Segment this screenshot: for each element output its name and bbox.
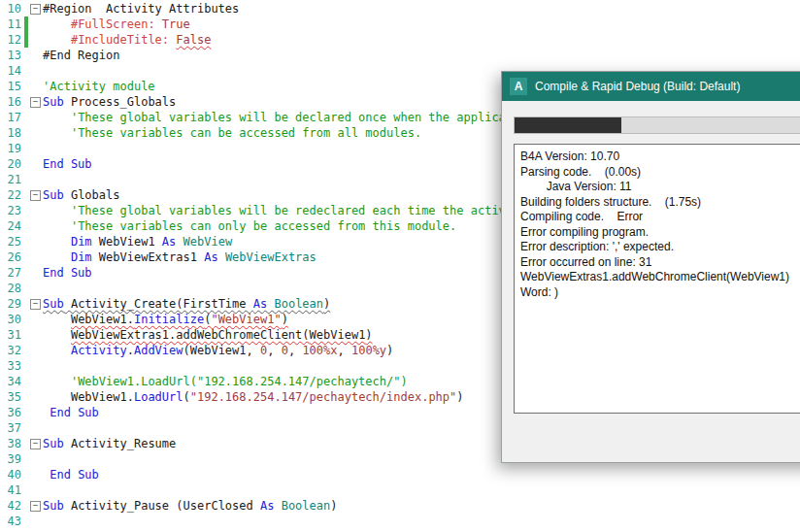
log-line: B4A Version: 10.70 (520, 150, 800, 165)
collapse-minus-icon[interactable]: − (30, 190, 41, 201)
line-number: 39 (0, 451, 21, 467)
code-token: #End Region (43, 49, 119, 62)
code-token: True (162, 17, 190, 31)
code-token: Activity_Resume (64, 437, 177, 450)
code-token: 'These variables can be accessed from al… (71, 126, 421, 140)
code-token: ( (183, 390, 190, 404)
collapse-minus-icon[interactable]: − (30, 97, 41, 108)
code-token (43, 126, 71, 140)
code-token (43, 313, 71, 326)
code-text: 'These variables can be accessed from al… (43, 125, 421, 141)
line-number: 21 (0, 172, 21, 187)
code-line[interactable]: 41 (0, 482, 800, 498)
code-token: . (127, 344, 134, 357)
line-number: 40 (0, 467, 21, 482)
code-token: Initialize (134, 313, 204, 326)
code-token: Dim (71, 235, 92, 249)
fold-marker-icon[interactable]: − (28, 1, 43, 17)
code-token: WebView1. (71, 313, 134, 326)
collapse-minus-icon[interactable]: − (30, 501, 41, 512)
code-token (43, 219, 71, 233)
code-text: WebView1.Initialize("WebView1") (43, 312, 288, 327)
code-text: #IncludeTitle: False (43, 32, 211, 48)
fold-column (28, 389, 43, 405)
code-token: , (267, 344, 281, 357)
line-number: 31 (0, 327, 21, 343)
line-number: 24 (0, 218, 21, 234)
fold-marker-icon[interactable]: − (28, 187, 43, 203)
line-number: 17 (0, 110, 21, 125)
code-token (43, 250, 71, 264)
fold-column (28, 281, 43, 296)
code-token: , (338, 344, 351, 357)
code-token: End Sub (50, 406, 99, 419)
code-token: 'WebView1.LoadUrl("192.168.254.147/pecha… (71, 375, 408, 388)
code-line[interactable]: 11 #FullScreen: True (0, 17, 800, 32)
log-line: Word: ) (520, 285, 800, 301)
line-number: 43 (0, 514, 21, 529)
fold-column (28, 451, 43, 467)
line-number: 22 (0, 187, 21, 203)
code-line[interactable]: 13#End Region (0, 48, 800, 63)
code-token: Sub (43, 499, 64, 513)
code-token (218, 250, 225, 264)
log-line: Building folders structure. (1.75s) (520, 195, 800, 211)
code-token (43, 390, 71, 404)
code-token (43, 375, 71, 388)
fold-column (28, 48, 43, 63)
line-number: 16 (0, 94, 21, 110)
compile-debug-dialog: A Compile & Rapid Debug (Build: Default)… (501, 71, 800, 463)
dialog-titlebar[interactable]: A Compile & Rapid Debug (Build: Default) (502, 72, 800, 101)
code-text: 'WebView1.LoadUrl("192.168.254.147/pecha… (43, 374, 408, 389)
code-token (43, 235, 71, 249)
collapse-minus-icon[interactable]: − (30, 439, 41, 449)
code-line[interactable]: 42−Sub Activity_Pause (UserClosed As Boo… (0, 498, 800, 514)
line-number: 15 (0, 79, 21, 94)
code-text: Sub Process_Globals (43, 94, 176, 110)
compile-log[interactable]: B4A Version: 10.70Parsing code. (0.00s) … (514, 144, 800, 414)
collapse-minus-icon[interactable]: − (30, 299, 41, 310)
line-number: 12 (0, 32, 21, 48)
line-number: 20 (0, 156, 21, 172)
code-token: Sub (43, 95, 64, 109)
fold-column (28, 125, 43, 141)
line-number: 29 (0, 296, 21, 312)
code-text: Sub Globals (43, 187, 119, 203)
fold-column (28, 420, 43, 436)
fold-marker-icon[interactable]: − (28, 498, 43, 514)
fold-column (28, 358, 43, 374)
code-token: ) (365, 328, 372, 342)
fold-column (28, 249, 43, 265)
code-token: #Region Activity Attributes (43, 2, 239, 16)
code-line[interactable]: 43 (0, 514, 800, 529)
code-token: As (162, 235, 176, 249)
code-text: End Sub (43, 265, 92, 281)
code-token: ) (386, 344, 393, 357)
code-text: WebViewExtras1.addWebChromeClient(WebVie… (43, 327, 373, 343)
compile-progress-fill (515, 117, 621, 133)
code-token: Activity_Pause (UserClosed (64, 499, 260, 513)
line-number: 25 (0, 234, 21, 249)
log-line: Error compiling program. (520, 225, 800, 241)
line-number: 27 (0, 265, 21, 281)
line-number: 33 (0, 358, 21, 374)
fold-column (28, 343, 43, 358)
code-token: ( (302, 328, 309, 342)
code-token: 'Activity module (43, 80, 155, 93)
code-line[interactable]: 10−#Region Activity Attributes (0, 1, 800, 17)
line-number: 19 (0, 141, 21, 156)
log-line: Error description: ',' expected. (520, 240, 800, 255)
code-text: End Sub (43, 467, 99, 482)
collapse-minus-icon[interactable]: − (30, 4, 41, 15)
fold-column (28, 234, 43, 249)
code-token: WebView1 (310, 328, 366, 342)
code-line[interactable]: 40 End Sub (0, 467, 800, 482)
fold-marker-icon[interactable]: − (28, 94, 43, 110)
fold-marker-icon[interactable]: − (28, 296, 43, 312)
code-text: End Sub (43, 156, 92, 172)
code-line[interactable]: 12 #IncludeTitle: False (0, 32, 800, 48)
fold-marker-icon[interactable]: − (28, 436, 43, 451)
code-token: , (288, 344, 302, 357)
fold-column (28, 110, 43, 125)
code-token: Sub (43, 188, 64, 202)
